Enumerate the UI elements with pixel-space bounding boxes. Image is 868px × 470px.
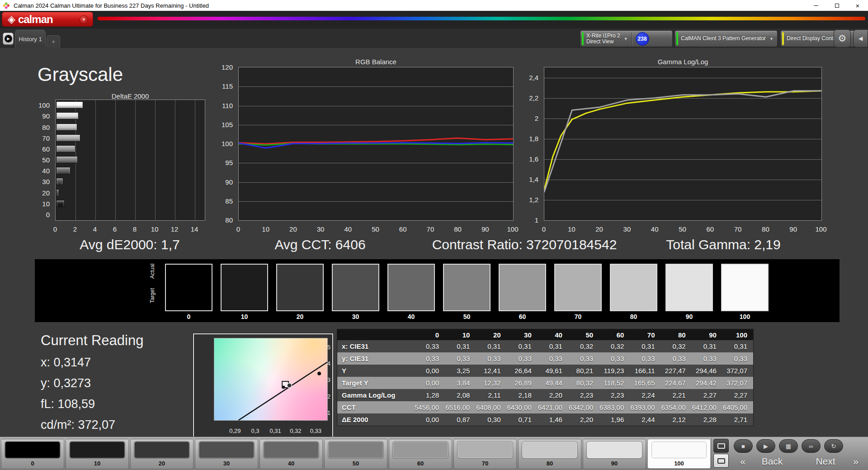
table-cell: 294,46	[692, 367, 722, 375]
level-button-0[interactable]: 0	[1, 439, 64, 469]
meter-label: X-Rite i1Pro 2 Direct View	[586, 33, 620, 45]
level-button-30[interactable]: 30	[195, 439, 258, 469]
level-button-60[interactable]: 60	[389, 439, 452, 469]
level-label: 60	[389, 460, 452, 467]
display-view-button[interactable]	[713, 439, 729, 453]
calman-menu-button[interactable]: ◈ calman ▼	[2, 12, 93, 27]
table-cell: 3,84	[445, 379, 476, 387]
grayscale-swatch	[499, 264, 546, 311]
level-button-40[interactable]: 40	[259, 439, 323, 469]
current-reading-marker-ring	[287, 383, 292, 388]
grayscale-swatch	[610, 264, 657, 311]
table-cell: 12,32	[476, 379, 506, 387]
current-reading-y: y: 0,3273	[41, 376, 143, 390]
stop-icon: ■	[741, 443, 745, 450]
chevron-left-icon: ◀	[859, 35, 863, 42]
swatch-label: 0	[165, 313, 212, 320]
add-tab-button[interactable]: +	[47, 35, 60, 47]
swatch-label: 80	[610, 313, 657, 320]
ytick-label: 90	[206, 178, 233, 186]
deltae-xtick-label: 8	[128, 225, 141, 233]
table-cell: 1,46	[538, 416, 568, 423]
tab-history-1[interactable]: History 1	[15, 30, 46, 47]
table-cell: 0,33	[507, 355, 538, 362]
table-cell: 0,31	[630, 342, 660, 350]
save-button[interactable]: ▦	[779, 439, 798, 453]
level-button-90[interactable]: 90	[583, 439, 646, 469]
gamma-x-axis: 0102030405060708090100	[544, 223, 822, 233]
deltae-y-axis: 1009080706050403020100	[25, 100, 52, 221]
deltae-gridline	[195, 100, 195, 220]
table-row: ΔE 20000,000,870,300,711,462,201,962,442…	[337, 413, 753, 426]
level-button-70[interactable]: 70	[453, 439, 517, 469]
deltae-bar	[56, 145, 75, 152]
grayscale-swatch	[221, 264, 268, 311]
collapse-panel-button[interactable]: ◀	[853, 29, 868, 47]
level-button-20[interactable]: 20	[130, 439, 193, 469]
settings-button[interactable]: ⚙	[834, 29, 851, 47]
deltae-gridline	[135, 100, 136, 220]
level-label: 10	[66, 460, 128, 467]
meter-reading-badge[interactable]: 238	[636, 32, 649, 46]
deltae-x-axis: 02468101214	[55, 223, 205, 233]
ytick-label: 2	[511, 114, 538, 122]
xtick-label: 100	[815, 225, 827, 233]
read-button[interactable]: ▶	[756, 439, 775, 453]
pattern-generator-label: CalMAN Client 3 Pattern Generator	[681, 36, 766, 42]
table-cell: 26,89	[507, 379, 538, 387]
refresh-button[interactable]: ↻	[824, 439, 843, 453]
table-cell: 6421,00	[538, 404, 568, 411]
table-cell: 0,31	[538, 342, 568, 350]
table-column-header: 80	[661, 331, 692, 339]
xtick-label: 50	[369, 225, 382, 233]
pattern-generator-dropdown[interactable]: CalMAN Client 3 Pattern Generator ▼	[675, 30, 778, 47]
level-button-50[interactable]: 50	[324, 439, 387, 469]
xtick-label: 70	[424, 225, 437, 233]
table-cell: 0,00	[414, 367, 445, 375]
deltae-ytick-label: 100	[23, 101, 50, 109]
ytick-label: 80	[206, 216, 233, 224]
level-button-100[interactable]: 100	[647, 439, 711, 469]
deltae-bar	[56, 200, 65, 207]
gamma-measured-line	[544, 91, 821, 192]
workflow-play-button[interactable]: ▶	[3, 33, 14, 45]
grayscale-swatch	[332, 264, 379, 311]
first-page-button[interactable]: «	[736, 455, 750, 468]
maximize-icon	[835, 4, 839, 8]
rgb-balance-chart-title: RGB Balance	[238, 58, 514, 66]
table-cell: 2,23	[599, 391, 630, 399]
next-button[interactable]: Next	[807, 455, 844, 468]
table-cell: 0,33	[538, 355, 568, 362]
back-label: Back	[762, 456, 783, 467]
back-button[interactable]: Back	[754, 455, 790, 468]
level-patch	[199, 442, 254, 458]
table-cell: 6354,00	[661, 404, 692, 411]
spectrum-strip	[98, 17, 865, 20]
deltae-ytick-label: 20	[23, 189, 50, 197]
stop-button[interactable]: ■	[734, 439, 753, 453]
table-cell: 2,44	[630, 416, 660, 423]
display-view-button-active[interactable]	[713, 454, 729, 468]
close-icon: ×	[856, 2, 860, 9]
close-button[interactable]: ×	[847, 0, 868, 11]
meter-dropdown[interactable]: X-Rite i1Pro 2 Direct View ▼ 238	[580, 30, 673, 47]
level-button-10[interactable]: 10	[66, 439, 129, 469]
table-column-header: 60	[599, 331, 630, 339]
continuous-read-button[interactable]: ∞	[802, 439, 821, 453]
table-row: y: CIE310,330,330,330,330,330,330,330,33…	[337, 352, 753, 365]
level-button-80[interactable]: 80	[518, 439, 581, 469]
level-selector-bar: 0102030405060708090100 ■ ▶ ▦ ∞ ↻ « Back …	[0, 437, 868, 470]
maximize-button[interactable]	[826, 0, 847, 11]
source-status-bar	[676, 32, 678, 45]
measurement-table: 0102030405060708090100x: CIE310,330,310,…	[337, 329, 754, 426]
target-axis-label: Target	[149, 296, 156, 303]
last-page-button[interactable]: »	[849, 455, 863, 468]
table-cell: 0,33	[599, 355, 630, 362]
table-cell: 2,28	[692, 416, 722, 423]
minimize-button[interactable]	[806, 0, 826, 11]
cie-xtick-label: 0,29	[226, 427, 244, 434]
current-reading-cdm2: cd/m²: 372,07	[41, 418, 143, 432]
table-cell: 2,20	[538, 391, 568, 399]
swatch-label: 50	[443, 313, 491, 320]
cie-xtick-label: 0,31	[266, 427, 284, 434]
